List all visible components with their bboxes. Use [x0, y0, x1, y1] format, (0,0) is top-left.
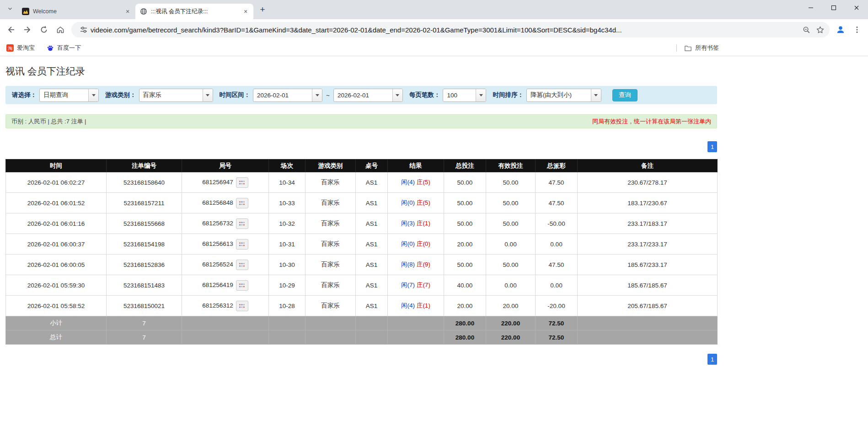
cell-valid-bet: 0.00	[486, 234, 536, 255]
result-player: 闲(0)	[401, 240, 415, 247]
header-table-no: 桌号	[356, 160, 388, 172]
tab-close-icon[interactable]: ×	[123, 7, 132, 16]
subtotal-row: 小计 7 280.00 220.00 72.50	[6, 316, 718, 330]
roadmap-button[interactable]	[236, 280, 248, 291]
cell-game-type: 百家乐	[305, 296, 356, 316]
cell-time: 2026-02-01 05:58:52	[6, 296, 107, 316]
cell-session: 10-33	[269, 193, 305, 213]
window-maximize-button[interactable]	[822, 0, 845, 16]
bookmark-aitaobao[interactable]: 淘 爱淘宝	[6, 44, 35, 52]
cell-valid-bet: 20.00	[486, 296, 536, 316]
header-result: 结果	[388, 160, 444, 172]
bookmark-baidu[interactable]: 百度一下	[47, 44, 81, 52]
forward-button[interactable]	[19, 21, 36, 38]
cell-total-bet[interactable]: 50.00	[444, 172, 486, 193]
roadmap-button[interactable]	[236, 177, 248, 188]
cell-result: 闲(8) 庄(9)	[388, 255, 444, 275]
all-bookmarks-button[interactable]: 所有书签	[676, 44, 719, 52]
sort-value: 降冪(由大到小)	[527, 89, 591, 101]
roadmap-button[interactable]	[236, 239, 248, 250]
round-number: 681256419	[202, 282, 233, 288]
date-end-select[interactable]: 2026-02-01	[333, 89, 403, 102]
cell-time: 2026-02-01 06:00:05	[6, 255, 107, 275]
cell-result: 闲(0) 庄(0)	[388, 234, 444, 255]
tab-betrecord[interactable]: :::视讯 会员下注纪录::: ×	[135, 4, 253, 19]
empty-cell	[305, 316, 356, 330]
cell-result: 闲(4) 庄(1)	[388, 296, 444, 316]
chevron-down-icon[interactable]	[476, 89, 486, 101]
sort-label: 时间排序：	[493, 91, 524, 99]
empty-cell	[388, 330, 444, 345]
cell-bet-id: 523168154198	[107, 234, 182, 255]
table-body: 2026-02-01 06:02:27 523168158640 6812569…	[6, 172, 718, 316]
subtotal-valid-bet: 220.00	[486, 316, 536, 330]
empty-cell	[356, 330, 388, 345]
table-row: 2026-02-01 06:01:16 523168155668 6812567…	[6, 213, 718, 234]
welcome-favicon-icon	[22, 8, 29, 15]
taobao-icon: 淘	[6, 44, 14, 52]
menu-icon[interactable]	[849, 21, 865, 38]
site-settings-icon[interactable]	[77, 23, 91, 37]
profile-avatar[interactable]	[832, 21, 849, 38]
chevron-down-icon[interactable]	[312, 89, 322, 101]
new-tab-button[interactable]: +	[256, 3, 269, 16]
page-size-select[interactable]: 100	[443, 89, 486, 102]
back-button[interactable]	[3, 21, 19, 38]
address-bar[interactable]: videoie.com/game/betrecord_search/kind3?…	[71, 22, 830, 37]
refresh-button[interactable]	[36, 21, 52, 38]
cell-total-bet[interactable]: 40.00	[444, 275, 486, 296]
cell-valid-bet: 50.00	[486, 193, 536, 213]
window-close-button[interactable]	[845, 0, 868, 16]
tab-welcome[interactable]: Welcome ×	[17, 4, 135, 19]
roadmap-button[interactable]	[236, 301, 248, 311]
roadmap-button[interactable]	[236, 260, 248, 270]
roadmap-button[interactable]	[236, 218, 248, 229]
empty-cell	[356, 316, 388, 330]
table-row: 2026-02-01 06:00:37 523168154198 6812566…	[6, 234, 718, 255]
cell-total-bet[interactable]: 20.00	[444, 296, 486, 316]
cell-bet-id: 523168157211	[107, 193, 182, 213]
table-header-row: 时间 注单编号 局号 场次 游戏类别 桌号 结果 总投注 有效投注 总派彩 备注	[6, 160, 718, 172]
bookmark-label: 爱淘宝	[17, 44, 35, 52]
query-type-select[interactable]: 日期查询	[39, 89, 99, 102]
chevron-down-icon[interactable]	[392, 89, 402, 101]
cell-payout: 47.50	[536, 193, 578, 213]
chevron-down-icon[interactable]	[591, 89, 601, 101]
filter-bar: 请选择： 日期查询 游戏类别： 百家乐 时间区间： 2	[5, 86, 717, 104]
game-type-value: 百家乐	[139, 89, 203, 101]
chevron-down-icon[interactable]	[88, 89, 98, 101]
cell-total-bet[interactable]: 50.00	[444, 193, 486, 213]
cell-total-bet[interactable]: 50.00	[444, 255, 486, 275]
grand-total-row: 总计 7 280.00 220.00 72.50	[6, 330, 718, 345]
game-type-select[interactable]: 百家乐	[139, 89, 213, 102]
search-button[interactable]: 查询	[612, 89, 638, 101]
cell-table-no: AS1	[356, 255, 388, 275]
page-1-button[interactable]: 1	[707, 354, 717, 365]
tab-title: :::视讯 会员下注纪录:::	[151, 8, 238, 16]
cell-time: 2026-02-01 06:02:27	[6, 172, 107, 193]
empty-cell	[305, 330, 356, 345]
cell-note: 230.67/278.17	[578, 172, 718, 193]
date-start-select[interactable]: 2026-02-01	[253, 89, 322, 102]
roadmap-button[interactable]	[236, 198, 248, 208]
window-minimize-button[interactable]	[799, 0, 822, 16]
table-row: 2026-02-01 05:58:52 523168150021 6812563…	[6, 296, 718, 316]
home-button[interactable]	[52, 21, 69, 38]
header-valid-bet: 有效投注	[486, 160, 536, 172]
result-banker: 庄(5)	[417, 179, 430, 186]
header-note: 备注	[578, 160, 718, 172]
zoom-indicator-icon[interactable]	[799, 23, 813, 37]
cell-table-no: AS1	[356, 275, 388, 296]
page-1-button[interactable]: 1	[707, 141, 717, 152]
page-size-value: 100	[443, 89, 476, 101]
bookmark-star-icon[interactable]	[813, 23, 827, 37]
sort-select[interactable]: 降冪(由大到小)	[526, 89, 601, 102]
cell-total-bet[interactable]: 20.00	[444, 234, 486, 255]
tab-search-button[interactable]	[4, 3, 16, 16]
chevron-down-icon[interactable]	[203, 89, 213, 101]
header-session: 场次	[269, 160, 305, 172]
tab-close-icon[interactable]: ×	[241, 7, 250, 16]
header-bet-id: 注单编号	[107, 160, 182, 172]
round-number: 681256732	[202, 220, 233, 227]
cell-total-bet[interactable]: 50.00	[444, 213, 486, 234]
